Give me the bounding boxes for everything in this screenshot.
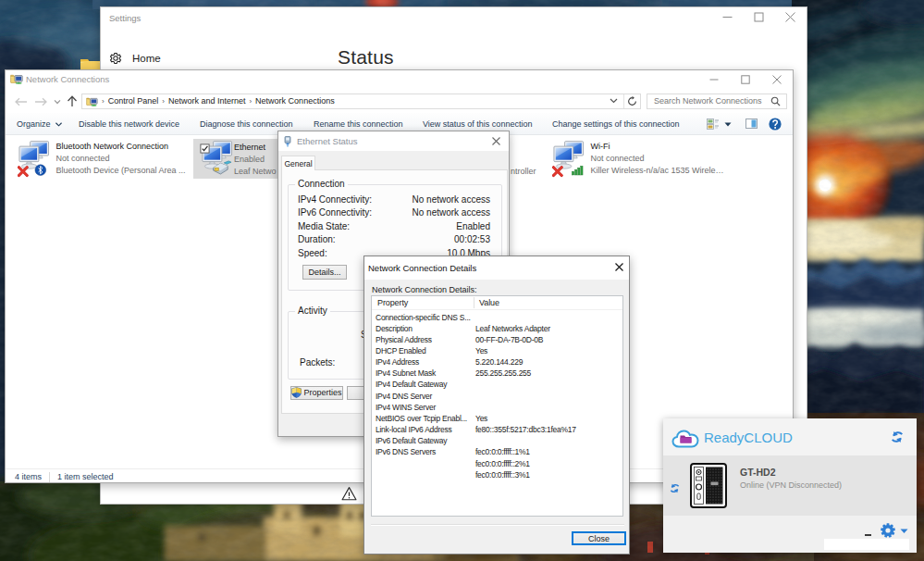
help-icon[interactable] <box>769 118 782 131</box>
details-row-property[interactable]: Description <box>376 324 474 333</box>
properties-button-label: Properties <box>303 388 341 397</box>
readycloud-logo <box>671 428 699 449</box>
readycloud-device-row[interactable]: GT-HD2 Online (VPN Disconnected) <box>663 455 917 516</box>
settings-minimize-button[interactable] <box>711 7 743 26</box>
breadcrumb-network-connections[interactable]: Network Connections <box>255 96 335 106</box>
duration-value: 00:02:53 <box>454 234 490 244</box>
settings-page-title: Status <box>338 46 394 69</box>
toolbar-rename-connection[interactable]: Rename this connection <box>314 119 403 129</box>
address-bar[interactable]: › Control Panel › Network and Internet ›… <box>81 94 641 110</box>
status-selected-count: 1 item selected <box>57 472 114 481</box>
address-dropdown-chevron[interactable] <box>610 98 618 104</box>
organize-menu[interactable]: Organize <box>17 119 62 129</box>
tile-wifi-name: Wi-Fi <box>591 142 610 151</box>
tile-ethernet-status: Enabled <box>234 155 265 164</box>
details-button[interactable]: Details... <box>302 265 347 280</box>
column-value[interactable]: Value <box>479 298 499 307</box>
search-box[interactable]: Search Network Connections <box>647 94 787 110</box>
address-location-icon <box>86 96 98 106</box>
ethernet-dialog-close-icon[interactable] <box>492 137 500 145</box>
tile-ethernet-name: Ethernet <box>234 143 265 152</box>
view-options-dropdown-icon[interactable] <box>724 122 732 127</box>
refresh-button[interactable] <box>627 96 637 106</box>
close-button[interactable]: Close <box>572 531 626 545</box>
details-row-value[interactable]: 00-FF-DA-7B-0D-0B <box>475 335 543 344</box>
tab-general[interactable]: General <box>281 156 315 170</box>
nc-minimize-button[interactable] <box>698 70 730 89</box>
forward-button[interactable] <box>34 97 48 106</box>
tile-wifi[interactable]: Wi-Fi Not connected Killer Wireless-n/a/… <box>552 140 728 181</box>
details-row-property[interactable]: IPv4 Subnet Mask <box>376 368 474 378</box>
up-button[interactable] <box>66 95 79 107</box>
details-row-value[interactable]: fec0:0:0:ffff::2%1 <box>475 459 530 468</box>
details-row-value[interactable]: fec0:0:0:ffff::1%1 <box>475 447 530 456</box>
tile-ethernet[interactable]: Ethernet Enabled Leaf Netwo <box>193 139 283 179</box>
details-row-property[interactable]: Connection-specific DNS S... <box>376 313 474 322</box>
toolbar-disable-device[interactable]: Disable this network device <box>79 119 179 129</box>
tooltip-stub <box>824 539 909 550</box>
status-item-count: 4 items <box>15 472 42 481</box>
back-button[interactable] <box>14 97 28 106</box>
details-row-property[interactable]: DHCP Enabled <box>376 346 474 355</box>
address-divider <box>623 94 624 109</box>
details-row-property[interactable]: IPv4 Default Gateway <box>376 380 474 389</box>
details-row-value[interactable]: Yes <box>475 346 487 355</box>
toolbar-diagnose-connection[interactable]: Diagnose this connection <box>200 119 293 129</box>
details-row-property[interactable]: IPv4 Address <box>376 357 474 367</box>
details-row-property[interactable]: Link-local IPv6 Address <box>376 425 474 434</box>
ipv6-connectivity-label: IPv6 Connectivity: <box>298 207 372 218</box>
details-row-value[interactable]: 5.220.144.229 <box>475 357 523 367</box>
details-list-label: Network Connection Details: <box>372 285 477 294</box>
nc-caption-buttons <box>698 70 793 89</box>
breadcrumb-control-panel[interactable]: Control Panel <box>108 96 159 106</box>
toolbar-view-status[interactable]: View status of this connection <box>423 119 532 129</box>
breadcrumb-chevron: › <box>102 97 105 106</box>
details-row-property[interactable]: IPv4 WINS Server <box>376 403 474 412</box>
tile-bluetooth-device: Bluetooth Device (Personal Area ... <box>56 166 186 175</box>
tooltip-stub-dash <box>865 534 871 536</box>
settings-home-label: Home <box>132 53 161 64</box>
ethernet-dialog-title: Ethernet Status <box>297 136 357 146</box>
speed-label: Speed: <box>298 248 327 258</box>
details-row-value[interactable]: fe80::355f:5217:dbc3:1fea%17 <box>475 425 576 434</box>
settings-caption-buttons <box>711 7 806 26</box>
details-row-property[interactable]: IPv6 Default Gateway <box>376 436 474 445</box>
nc-window-title: Network Connections <box>26 74 109 84</box>
tile-bluetooth[interactable]: Bluetooth Network Connection Not connect… <box>18 140 193 181</box>
details-row-value[interactable]: 255.255.255.255 <box>475 368 531 378</box>
nc-maximize-button[interactable] <box>730 70 761 89</box>
nc-close-button[interactable] <box>761 70 793 89</box>
details-row-property[interactable]: IPv4 DNS Server <box>376 392 474 401</box>
settings-home-nav[interactable]: Home <box>109 52 161 65</box>
view-options-icon[interactable] <box>707 118 720 130</box>
details-row-property[interactable]: NetBIOS over Tcpip Enabl... <box>376 414 474 423</box>
details-separator <box>371 524 624 526</box>
details-row-property[interactable]: Physical Address <box>376 335 474 344</box>
settings-maximize-button[interactable] <box>743 7 774 26</box>
column-property[interactable]: Property <box>377 298 408 307</box>
details-row-value[interactable]: Yes <box>475 414 487 423</box>
breadcrumb-network-and-internet[interactable]: Network and Internet <box>168 96 246 106</box>
readycloud-settings-gear-icon[interactable] <box>881 523 895 538</box>
details-row-value[interactable]: Leaf Networks Adapter <box>475 324 550 333</box>
ethernet-checkbox[interactable] <box>200 143 210 154</box>
search-placeholder: Search Network Connections <box>654 96 770 106</box>
details-row-property[interactable]: IPv6 DNS Servers <box>376 447 474 456</box>
properties-button[interactable]: Properties <box>290 386 343 400</box>
details-listview-header: Property Value <box>372 296 622 310</box>
settings-close-button[interactable] <box>774 7 806 26</box>
details-listview[interactable]: Property Value Connection-specific DNS S… <box>371 295 623 517</box>
readycloud-gear-dropdown-icon[interactable] <box>900 529 908 534</box>
media-state-label: Media State: <box>298 221 350 231</box>
readycloud-refresh-icon[interactable] <box>891 430 904 443</box>
recent-pages-chevron[interactable] <box>54 99 61 105</box>
preview-pane-icon[interactable] <box>745 118 758 129</box>
toolbar-change-settings[interactable]: Change settings of this connection <box>552 119 680 129</box>
search-icon[interactable] <box>770 96 781 106</box>
details-row-value[interactable]: fec0:0:0:ffff::3%1 <box>475 470 530 480</box>
details-dialog-close-icon[interactable] <box>615 263 623 271</box>
media-state-value: Enabled <box>456 221 490 231</box>
details-dialog-title: Network Connection Details <box>368 263 476 273</box>
maximize-icon <box>754 12 764 22</box>
tile-bluetooth-name: Bluetooth Network Connection <box>56 142 169 151</box>
